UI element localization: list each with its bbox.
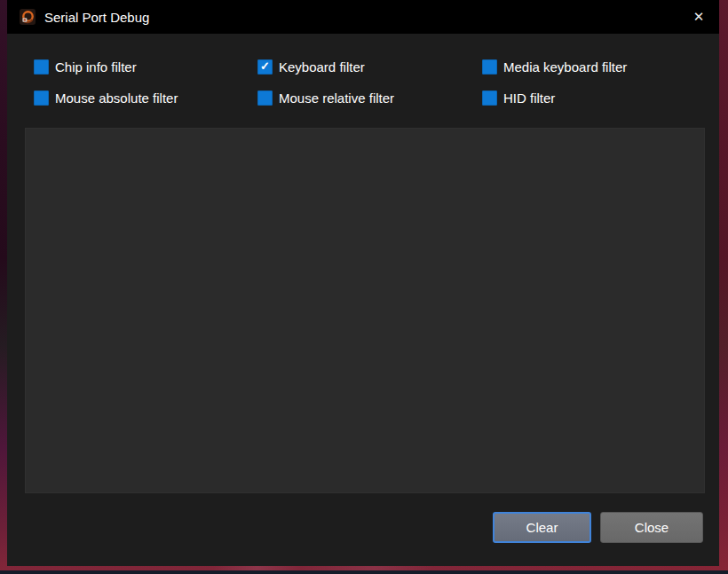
close-button[interactable]: Close: [600, 512, 703, 543]
checkmark-icon: ✓: [260, 60, 270, 72]
titlebar[interactable]: Serial Port Debug ✕: [7, 0, 719, 34]
filter-label: Media keyboard filter: [503, 59, 627, 75]
filter-label: Chip info filter: [55, 59, 137, 75]
log-output[interactable]: [25, 128, 705, 493]
checkbox-icon[interactable]: ✓: [482, 90, 497, 106]
clear-button[interactable]: Clear: [493, 512, 591, 543]
app-icon: [20, 9, 36, 25]
filter-mouse-relative[interactable]: ✓ Mouse relative filter: [257, 90, 482, 106]
filter-label: HID filter: [503, 90, 555, 106]
filter-label: Keyboard filter: [279, 59, 365, 75]
filter-label: Mouse absolute filter: [55, 90, 178, 106]
close-window-icon[interactable]: ✕: [684, 4, 714, 30]
checkbox-icon[interactable]: ✓: [257, 59, 273, 75]
filter-media-keyboard[interactable]: ✓ Media keyboard filter: [482, 59, 701, 75]
checkbox-icon[interactable]: ✓: [34, 59, 49, 75]
window-title: Serial Port Debug: [44, 10, 149, 25]
filter-label: Mouse relative filter: [279, 90, 394, 106]
filter-options: ✓ Chip info filter ✓ Keyboard filter ✓ M…: [34, 59, 701, 106]
filter-chip-info[interactable]: ✓ Chip info filter: [34, 59, 257, 75]
checkbox-icon[interactable]: ✓: [257, 90, 273, 106]
serial-port-debug-dialog: Serial Port Debug ✕ ✓ Chip info filter ✓…: [7, 0, 719, 566]
filter-mouse-absolute[interactable]: ✓ Mouse absolute filter: [34, 90, 257, 106]
checkbox-icon[interactable]: ✓: [34, 90, 49, 106]
checkbox-icon[interactable]: ✓: [482, 59, 497, 75]
filter-keyboard[interactable]: ✓ Keyboard filter: [257, 59, 482, 75]
taskbar-edge: [0, 570, 728, 574]
filter-hid[interactable]: ✓ HID filter: [482, 90, 701, 106]
